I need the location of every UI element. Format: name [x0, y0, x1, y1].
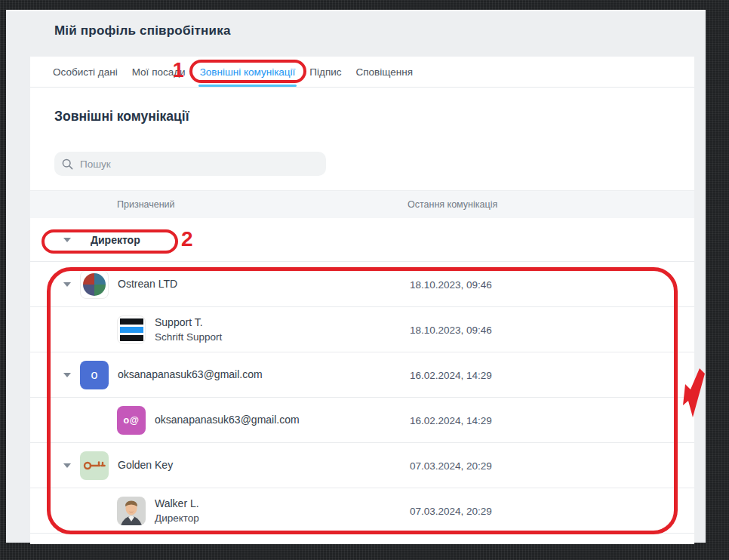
- active-tab-underline: [198, 85, 297, 87]
- tab-label: Сповіщення: [356, 66, 413, 78]
- row-name: oksanapanasuk63@gmail.com: [118, 368, 263, 382]
- chevron-down-icon[interactable]: [63, 238, 71, 242]
- row-name: Support T.: [155, 315, 222, 330]
- table-row[interactable]: o@ oksanapanasuk63@gmail.com 16.02.2024,…: [30, 398, 694, 443]
- table-row[interactable]: Golden Key 07.03.2024, 20:29: [30, 443, 694, 488]
- table-row[interactable]: o oksanapanasuk63@gmail.com 16.02.2024, …: [30, 352, 694, 398]
- search-box[interactable]: [54, 152, 326, 176]
- row-date: 16.02.2024, 14:29: [410, 369, 492, 380]
- tab-signature[interactable]: Підпис: [309, 57, 341, 87]
- portrait-photo: [117, 497, 146, 525]
- company-logo-ostrean-icon: [80, 270, 109, 299]
- row-name: Golden Key: [118, 458, 173, 472]
- table-row[interactable]: Support T. Schrift Support 18.10.2023, 0…: [30, 307, 694, 352]
- column-header-assignee: Призначений: [117, 199, 175, 210]
- group-row-director[interactable]: Директор: [30, 218, 694, 262]
- avatar-letter: o: [91, 368, 98, 382]
- chevron-down-icon[interactable]: [63, 282, 71, 287]
- profile-page: Мій профіль співробітника Особисті дані …: [6, 10, 706, 543]
- section-title: Зовнішні комунікації: [54, 109, 189, 125]
- tab-bar: Особисті дані Мої посади Зовнішні комуні…: [30, 57, 694, 88]
- initial-avatar-blue: o: [80, 361, 109, 389]
- row-date: 07.03.2024, 20:29: [410, 460, 492, 471]
- table-row[interactable]: Ostrean LTD 18.10.2023, 09:46: [30, 262, 694, 307]
- quadrant-circle-logo: [83, 273, 106, 296]
- key-icon: [82, 454, 106, 478]
- row-name: Walker L.: [155, 497, 199, 511]
- row-date: 18.10.2023, 09:46: [410, 324, 492, 335]
- tab-label: Особисті дані: [53, 66, 118, 78]
- avatar-letters: o@: [124, 415, 140, 426]
- group-label: Директор: [91, 234, 140, 246]
- search-input[interactable]: [80, 158, 318, 170]
- annotation-number-step1: 1: [173, 59, 184, 82]
- chevron-down-icon[interactable]: [63, 463, 71, 468]
- row-subtitle: Директор: [155, 511, 199, 525]
- striped-flag-avatar-icon: [117, 315, 146, 344]
- row-subtitle: Schrift Support: [155, 330, 222, 344]
- page-title: Мій профіль співробітника: [54, 23, 231, 38]
- row-name: oksanapanasuk63@gmail.com: [155, 413, 300, 427]
- row-date: 07.03.2024, 20:29: [410, 505, 492, 516]
- golden-key-avatar-icon: [80, 451, 109, 480]
- search-icon: [62, 158, 73, 170]
- chevron-down-icon[interactable]: [63, 373, 71, 377]
- profile-card: Особисті дані Мої посади Зовнішні комуні…: [30, 57, 694, 544]
- table-header: Призначений Остання комунікація: [30, 190, 694, 218]
- tab-notifications[interactable]: Сповіщення: [356, 57, 413, 87]
- initial-avatar-pink: o@: [117, 406, 146, 435]
- tab-label: Підпис: [309, 66, 341, 78]
- stripe-black: [120, 318, 143, 325]
- table-row[interactable]: Walker L. Директор 07.03.2024, 20:29: [30, 488, 694, 534]
- tab-label: Зовнішні комунікації: [200, 66, 296, 78]
- row-date: 16.02.2024, 14:29: [410, 414, 492, 426]
- column-header-last-communication: Остання комунікація: [408, 199, 497, 210]
- stripe-black: [120, 335, 143, 341]
- row-name: Ostrean LTD: [118, 277, 177, 291]
- tab-personal-data[interactable]: Особисті дані: [53, 57, 118, 87]
- tab-external-communications[interactable]: Зовнішні комунікації 1: [200, 57, 296, 87]
- stripes-glyph: [120, 318, 143, 341]
- screenshot-frame: Мій профіль співробітника Особисті дані …: [0, 0, 729, 560]
- user-photo-avatar: [117, 497, 146, 525]
- communications-table: Директор Ostrean LTD 18.10.2023, 09:46: [30, 218, 694, 534]
- row-date: 18.10.2023, 09:46: [410, 278, 492, 290]
- stripe-blue: [120, 327, 143, 333]
